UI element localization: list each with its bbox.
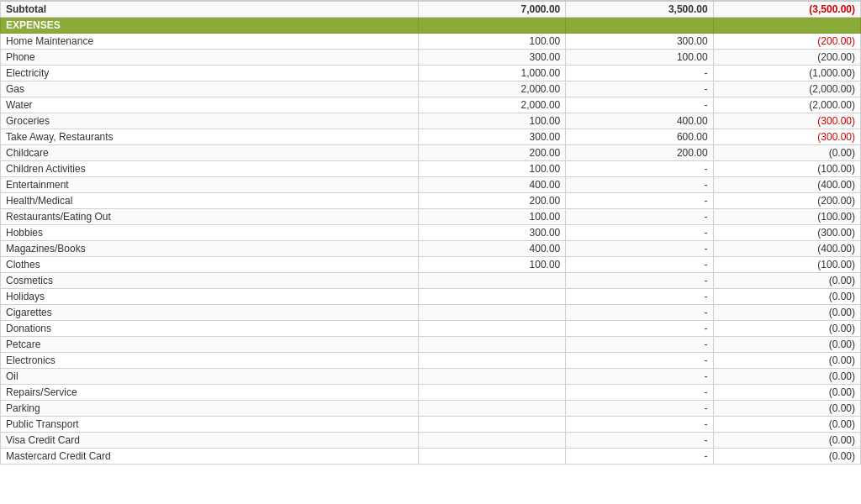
expenses-header-row: EXPENSES — [1, 18, 861, 34]
table-row: Health/Medical200.00-(200.00) — [1, 193, 861, 209]
row-diff: (200.00) — [713, 50, 860, 66]
row-actual: - — [566, 97, 713, 113]
table-row: Childcare200.00200.00(0.00) — [1, 145, 861, 161]
row-diff: (0.00) — [713, 273, 860, 289]
row-diff: (0.00) — [713, 145, 860, 161]
table-row: Magazines/Books400.00-(400.00) — [1, 241, 861, 257]
row-diff: (0.00) — [713, 449, 860, 465]
table-row: Take Away, Restaurants300.00600.00(300.0… — [1, 129, 861, 145]
row-actual: 200.00 — [566, 145, 713, 161]
table-row: Public Transport-(0.00) — [1, 417, 861, 433]
row-diff: (2,000.00) — [713, 81, 860, 97]
row-actual: - — [566, 81, 713, 97]
row-label: Water — [1, 97, 419, 113]
row-label: Health/Medical — [1, 193, 419, 209]
spreadsheet-container: Subtotal 7,000.00 3,500.00 (3,500.00) EX… — [0, 0, 861, 504]
row-diff: (2,000.00) — [713, 97, 860, 113]
row-diff: (0.00) — [713, 369, 860, 385]
row-budget — [418, 385, 565, 401]
table-row: Hobbies300.00-(300.00) — [1, 225, 861, 241]
row-actual: - — [566, 433, 713, 449]
row-budget: 100.00 — [418, 161, 565, 177]
row-label: Holidays — [1, 289, 419, 305]
table-row: Water2,000.00-(2,000.00) — [1, 97, 861, 113]
row-label: Visa Credit Card — [1, 433, 419, 449]
row-label: Hobbies — [1, 225, 419, 241]
table-row: Electricity1,000.00-(1,000.00) — [1, 66, 861, 81]
row-actual: 300.00 — [566, 34, 713, 50]
table-row: Clothes100.00-(100.00) — [1, 257, 861, 273]
row-label: Public Transport — [1, 417, 419, 433]
row-actual: 100.00 — [566, 50, 713, 66]
row-budget — [418, 369, 565, 385]
row-budget: 300.00 — [418, 50, 565, 66]
row-diff: (0.00) — [713, 433, 860, 449]
row-budget — [418, 337, 565, 353]
row-budget: 300.00 — [418, 225, 565, 241]
row-budget — [418, 449, 565, 465]
row-label: Children Activities — [1, 161, 419, 177]
row-actual: - — [566, 66, 713, 81]
table-row: Parking-(0.00) — [1, 401, 861, 417]
table-row: Mastercard Credit Card-(0.00) — [1, 449, 861, 465]
table-row: Repairs/Service-(0.00) — [1, 385, 861, 401]
subtotal-diff: (3,500.00) — [713, 1, 860, 18]
row-label: Electricity — [1, 66, 419, 81]
row-actual: - — [566, 353, 713, 369]
row-label: Entertainment — [1, 177, 419, 193]
row-label: Repairs/Service — [1, 385, 419, 401]
row-actual: - — [566, 305, 713, 321]
row-actual: - — [566, 385, 713, 401]
row-actual: - — [566, 273, 713, 289]
row-diff: (300.00) — [713, 225, 860, 241]
row-budget: 400.00 — [418, 177, 565, 193]
row-actual: - — [566, 417, 713, 433]
row-actual: - — [566, 321, 713, 337]
row-label: Parking — [1, 401, 419, 417]
row-label: Groceries — [1, 113, 419, 129]
row-budget: 2,000.00 — [418, 81, 565, 97]
row-diff: (100.00) — [713, 257, 860, 273]
table-row: Donations-(0.00) — [1, 321, 861, 337]
row-diff: (300.00) — [713, 129, 860, 145]
row-label: Restaurants/Eating Out — [1, 209, 419, 225]
row-diff: (100.00) — [713, 209, 860, 225]
row-actual: - — [566, 289, 713, 305]
row-actual: - — [566, 161, 713, 177]
row-diff: (0.00) — [713, 353, 860, 369]
row-actual: 400.00 — [566, 113, 713, 129]
table-row: Phone300.00100.00(200.00) — [1, 50, 861, 66]
subtotal-row: Subtotal 7,000.00 3,500.00 (3,500.00) — [1, 1, 861, 18]
row-label: Cigarettes — [1, 305, 419, 321]
row-actual: - — [566, 241, 713, 257]
row-diff: (100.00) — [713, 161, 860, 177]
row-actual: - — [566, 193, 713, 209]
row-budget: 200.00 — [418, 193, 565, 209]
table-row: Gas2,000.00-(2,000.00) — [1, 81, 861, 97]
subtotal-label: Subtotal — [1, 1, 419, 18]
row-actual: - — [566, 449, 713, 465]
row-diff: (400.00) — [713, 241, 860, 257]
row-diff: (0.00) — [713, 305, 860, 321]
row-diff: (0.00) — [713, 385, 860, 401]
row-budget — [418, 417, 565, 433]
table-row: Children Activities100.00-(100.00) — [1, 161, 861, 177]
row-label: Home Maintenance — [1, 34, 419, 50]
row-label: Childcare — [1, 145, 419, 161]
row-budget: 100.00 — [418, 257, 565, 273]
row-budget — [418, 321, 565, 337]
table-row: Cigarettes-(0.00) — [1, 305, 861, 321]
row-label: Petcare — [1, 337, 419, 353]
row-diff: (0.00) — [713, 289, 860, 305]
row-actual: 600.00 — [566, 129, 713, 145]
row-label: Gas — [1, 81, 419, 97]
row-actual: - — [566, 177, 713, 193]
table-row: Groceries100.00400.00(300.00) — [1, 113, 861, 129]
table-row: Petcare-(0.00) — [1, 337, 861, 353]
row-diff: (300.00) — [713, 113, 860, 129]
table-row: Entertainment400.00-(400.00) — [1, 177, 861, 193]
row-actual: - — [566, 337, 713, 353]
row-budget — [418, 401, 565, 417]
row-budget: 2,000.00 — [418, 97, 565, 113]
row-diff: (1,000.00) — [713, 66, 860, 81]
